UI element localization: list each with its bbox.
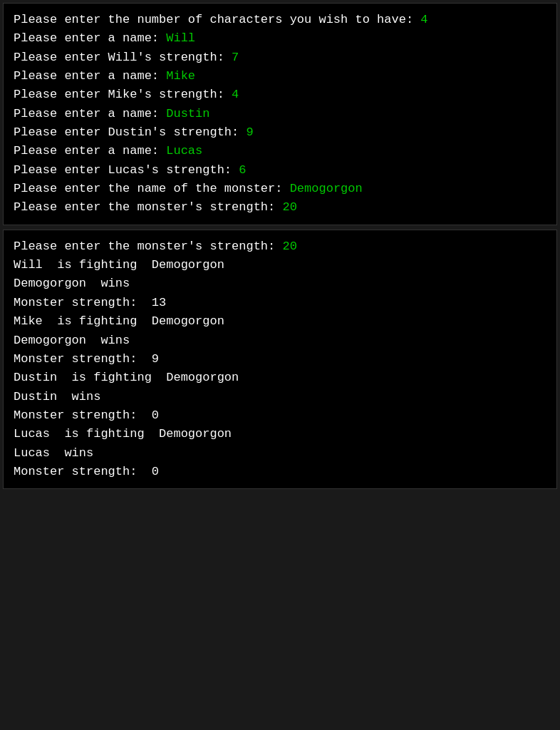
- user-input-text: 6: [239, 163, 246, 177]
- terminal-line: Monster strength: 9: [14, 350, 546, 369]
- prompt-text: Please enter a name:: [14, 144, 166, 158]
- terminal-line: Monster strength: 0: [14, 406, 546, 425]
- terminal-line: Will is fighting Demogorgon: [14, 256, 546, 274]
- prompt-text: Lucas is fighting Demogorgon: [14, 427, 232, 441]
- terminal-line: Please enter a name: Lucas: [14, 142, 546, 160]
- user-input-text: Mike: [166, 69, 195, 83]
- user-input-text: 4: [232, 88, 239, 101]
- prompt-text: Monster strength: 9: [14, 352, 159, 366]
- user-input-text: 9: [246, 125, 253, 139]
- terminal-panel-1: Please enter the number of characters yo…: [3, 3, 557, 225]
- terminal-line: Mike is fighting Demogorgon: [14, 312, 546, 331]
- prompt-text: Please enter Lucas's strength:: [14, 163, 239, 177]
- user-input-text: Lucas: [166, 144, 202, 158]
- prompt-text: Will is fighting Demogorgon: [14, 258, 224, 272]
- prompt-text: Please enter the number of characters yo…: [14, 13, 420, 26]
- prompt-text: Please enter the name of the monster:: [14, 182, 290, 195]
- prompt-text: Lucas wins: [14, 446, 93, 460]
- user-input-text: Will: [166, 31, 195, 45]
- user-input-text: Dustin: [166, 107, 209, 120]
- prompt-text: Please enter Will's strength:: [14, 51, 232, 64]
- terminal-line: Dustin is fighting Demogorgon: [14, 369, 546, 387]
- prompt-text: Please enter a name:: [14, 69, 166, 83]
- prompt-text: Mike is fighting Demogorgon: [14, 314, 224, 328]
- terminal-line: Lucas wins: [14, 444, 546, 463]
- prompt-text: Please enter a name:: [14, 31, 166, 45]
- terminal-line: Please enter the monster's strength: 20: [14, 198, 546, 217]
- prompt-text: Please enter Mike's strength:: [14, 88, 232, 101]
- prompt-text: Demogorgon wins: [14, 334, 130, 347]
- prompt-text: Dustin is fighting Demogorgon: [14, 371, 239, 384]
- terminal-panel-2: Please enter the monster's strength: 20W…: [3, 230, 557, 489]
- prompt-text: Monster strength: 0: [14, 465, 159, 478]
- terminal-line: Please enter Will's strength: 7: [14, 48, 546, 67]
- terminal-line: Dustin wins: [14, 388, 546, 406]
- prompt-text: Demogorgon wins: [14, 277, 130, 290]
- terminal-line: Please enter Lucas's strength: 6: [14, 161, 546, 180]
- terminal-line: Please enter Dustin's strength: 9: [14, 123, 546, 142]
- prompt-text: Monster strength: 13: [14, 296, 166, 309]
- terminal-line: Demogorgon wins: [14, 331, 546, 350]
- prompt-text: Please enter the monster's strength:: [14, 240, 282, 253]
- prompt-text: Please enter a name:: [14, 107, 166, 120]
- terminal-line: Lucas is fighting Demogorgon: [14, 425, 546, 443]
- prompt-text: Please enter Dustin's strength:: [14, 125, 246, 139]
- user-input-text: 4: [420, 13, 427, 26]
- user-input-text: 7: [232, 51, 239, 64]
- terminal-line: Please enter the name of the monster: De…: [14, 180, 546, 198]
- prompt-text: Dustin wins: [14, 390, 100, 403]
- terminal-line: Please enter the number of characters yo…: [14, 11, 546, 29]
- user-input-text: 20: [282, 200, 296, 214]
- terminal-line: Please enter a name: Mike: [14, 67, 546, 86]
- terminal-line: Monster strength: 13: [14, 294, 546, 312]
- prompt-text: Please enter the monster's strength:: [14, 200, 282, 214]
- user-input-text: 20: [282, 240, 296, 253]
- terminal-line: Please enter Mike's strength: 4: [14, 86, 546, 104]
- prompt-text: Monster strength: 0: [14, 408, 159, 422]
- terminal-line: Demogorgon wins: [14, 274, 546, 293]
- terminal-line: Please enter a name: Will: [14, 29, 546, 48]
- terminal-line: Monster strength: 0: [14, 463, 546, 481]
- terminal-line: Please enter the monster's strength: 20: [14, 237, 546, 256]
- terminal-line: Please enter a name: Dustin: [14, 105, 546, 123]
- user-input-text: Demogorgon: [290, 182, 363, 195]
